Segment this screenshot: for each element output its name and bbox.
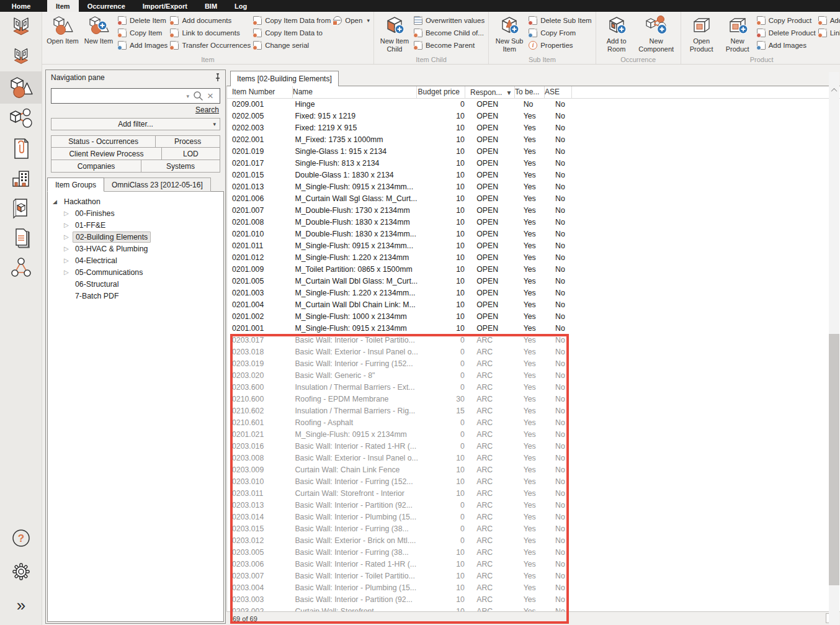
table-row[interactable]: 0201.017 Single-Flush: 813 x 2134 10 OPE… — [227, 158, 840, 169]
table-row[interactable]: 0201.005 M_Curtain Wall Dbl Glass: M_Cur… — [227, 276, 840, 287]
open-item-button[interactable]: Open Item — [46, 14, 79, 45]
tree-collapsed-icon[interactable]: ▷ — [64, 245, 73, 252]
add-filter-button[interactable]: Add filter... ▾ — [51, 118, 220, 130]
ribbon-tab[interactable]: Import/Export — [134, 0, 196, 12]
table-row[interactable]: 0203.011 Curtain Wall: Storefront - Inte… — [227, 488, 840, 500]
ribbon-small-button[interactable]: Add documents — [818, 16, 840, 25]
search-history-chevron-icon[interactable]: ▾ — [187, 93, 190, 99]
tree-item[interactable]: ◢ ▷ 06-Structural — [48, 278, 223, 290]
table-row[interactable]: 0203.016 Basic Wall: Interior - Rated 1-… — [227, 441, 840, 452]
tree-collapsed-icon[interactable]: ▷ — [64, 269, 73, 276]
tree-item[interactable]: ◢ ▷ 00-Finishes — [48, 207, 223, 219]
ribbon-tab[interactable]: BIM — [196, 0, 226, 12]
table-row[interactable]: 0203.010 Basic Wall: Interior - Furring … — [227, 476, 840, 488]
new-item-child-button[interactable]: New Item Child — [378, 14, 411, 53]
table-row[interactable]: 0203.008 Basic Wall: Exterior - Insul Pa… — [227, 452, 840, 464]
column-header-name[interactable]: Name — [293, 86, 417, 99]
new-item-button[interactable]: New Item — [82, 14, 115, 45]
filter-button[interactable]: Companies — [51, 160, 141, 173]
sidebar-item-floors[interactable] — [0, 42, 42, 71]
sidebar-item-items[interactable] — [0, 71, 42, 104]
ribbon-small-button[interactable]: Copy From — [529, 28, 591, 38]
table-row[interactable]: 0203.003 Basic Wall: Interior - Partitio… — [227, 594, 840, 606]
ribbon-tab[interactable]: Occurrence — [79, 0, 134, 12]
column-header-responsible[interactable]: Respon... ▼ — [465, 86, 515, 99]
table-row[interactable]: 0203.019 Basic Wall: Interior - Furring … — [227, 358, 840, 370]
sidebar-item-documents[interactable] — [0, 133, 42, 163]
collapse-sidebar-button[interactable]: » — [0, 590, 42, 620]
table-row[interactable]: 0203.018 Basic Wall: Exterior - Insul Pa… — [227, 346, 840, 358]
filter-button[interactable]: Status - Occurrences — [51, 135, 156, 148]
ribbon-small-button[interactable]: Copy Item Data from — [253, 16, 331, 25]
search-icon[interactable] — [193, 91, 203, 101]
clear-search-icon[interactable]: × — [207, 91, 213, 101]
new-sub-item-button[interactable]: New Sub Item — [493, 14, 526, 53]
scroll-up-icon[interactable] — [829, 85, 839, 96]
sidebar-item-reports[interactable] — [0, 223, 42, 253]
table-row[interactable]: 0210.602 Insulation / Thermal Barriers -… — [227, 405, 840, 417]
tree-item[interactable]: ◢ ▷ 05-Communications — [48, 266, 223, 278]
add-to-room-button[interactable]: Add to Room — [600, 14, 633, 53]
table-row[interactable]: 0201.006 M_Curtain Wall Sgl Glass: M_Cur… — [227, 193, 840, 205]
tree-collapsed-icon[interactable]: ▷ — [64, 257, 73, 264]
settings-button[interactable] — [0, 557, 42, 587]
table-row[interactable]: 0203.020 Basic Wall: Generic - 8" 0 ARC … — [227, 370, 840, 382]
table-row[interactable]: 0203.014 Basic Wall: Interior - Plumbing… — [227, 511, 840, 523]
table-row[interactable]: 0202.005 Fixed: 915 x 1219 10 OPEN Yes N… — [227, 110, 840, 122]
table-row[interactable]: 0201.003 M_Single-Flush: 1.220 x 2134mm.… — [227, 287, 840, 299]
ribbon-small-button[interactable]: Delete Product — [757, 28, 816, 38]
sidebar-item-products[interactable] — [0, 193, 42, 223]
sidebar-item-occurrences[interactable] — [0, 104, 42, 133]
ribbon-small-button[interactable]: Link to documents — [818, 28, 840, 38]
tree-item[interactable]: ◢ ▷ 02-Building Elements — [48, 231, 223, 243]
tree-collapsed-icon[interactable]: ▷ — [64, 233, 73, 240]
table-row[interactable]: 0210.601 Roofing - Asphalt 0 ARC Yes No — [227, 417, 840, 429]
ribbon-small-button[interactable]: Add documents — [170, 16, 251, 25]
table-row[interactable]: 0203.007 Basic Wall: Interior - Toilet P… — [227, 570, 840, 582]
table-row[interactable]: 0203.005 Basic Wall: Interior - Furring … — [227, 547, 840, 559]
ribbon-small-button[interactable]: Delete Sub Item — [529, 16, 591, 25]
filter-button[interactable]: Process — [155, 135, 220, 148]
ribbon-small-button[interactable]: Copy Item — [118, 28, 168, 38]
ribbon-small-button[interactable]: Overwritten values — [414, 16, 485, 25]
ribbon-small-button[interactable]: Become Child of... — [414, 28, 485, 38]
tree-item[interactable]: ◢ ▷ 7-Batch PDF — [48, 290, 223, 302]
vertical-scrollbar[interactable] — [829, 72, 839, 625]
table-row[interactable]: 0201.004 M_Curtain Wall Dbl Chain Link: … — [227, 299, 840, 311]
table-row[interactable]: 0201.015 Double-Glass 1: 1830 x 2134 10 … — [227, 169, 840, 181]
table-row[interactable]: 0203.600 Insulation / Thermal Barriers -… — [227, 382, 840, 393]
table-row[interactable]: 0203.013 Basic Wall: Interior - Partitio… — [227, 500, 840, 511]
table-row[interactable]: 0210.600 Roofing - EPDM Membrane 30 ARC … — [227, 393, 840, 405]
tree-item[interactable]: ◢ ▷ 04-Electrical — [48, 254, 223, 266]
table-row[interactable]: 0201.013 M_Single-Flush: 0915 x 2134mm..… — [227, 181, 840, 193]
tree-collapsed-icon[interactable]: ▷ — [64, 210, 73, 217]
column-header-ase[interactable]: ASE — [545, 86, 572, 99]
ribbon-small-button[interactable]: Delete Item — [118, 16, 168, 25]
search-input[interactable] — [54, 91, 183, 101]
table-row[interactable]: 0203.002 Curtain Wall: Storefront 10 ARC… — [227, 606, 840, 611]
ribbon-small-button[interactable]: Change serial — [253, 40, 331, 50]
open-menu-button[interactable]: Open ▾ — [333, 16, 370, 25]
table-row[interactable]: 0202.001 M_Fixed: 1735 x 1000mm 10 OPEN … — [227, 134, 840, 146]
filter-button[interactable]: Systems — [141, 160, 220, 173]
sidebar-item-systems[interactable] — [0, 253, 42, 282]
tree-item[interactable]: ◢ ▷ 03-HVAC & Plumbing — [48, 243, 223, 254]
ribbon-tab[interactable]: Item — [47, 0, 79, 12]
ribbon-small-button[interactable]: Copy Item Data to — [253, 28, 331, 38]
table-row[interactable]: 0201.021 M_Single-Flush: 0915 x 2134mm 0… — [227, 429, 840, 441]
ribbon-small-button[interactable]: Add Images — [757, 40, 816, 50]
ribbon-small-button[interactable]: Transfer Occurrences — [170, 40, 251, 50]
help-button[interactable]: ? — [0, 523, 42, 553]
ribbon-small-button[interactable]: Copy Product — [757, 16, 816, 25]
table-row[interactable]: 0201.009 M_Toilet Partition: 0865 x 1500… — [227, 264, 840, 276]
table-row[interactable]: 0201.007 M_Double-Flush: 1730 x 2134mm 1… — [227, 205, 840, 217]
table-row[interactable]: 0201.008 M_Double-Flush: 1830 x 2134mm 1… — [227, 217, 840, 228]
table-row[interactable]: 0201.019 Single-Glass 1: 915 x 2134 10 O… — [227, 146, 840, 158]
navigation-tab[interactable]: OmniClass 23 [2012-05-16] — [104, 178, 211, 192]
table-row[interactable]: 0209.001 Hinge 0 OPEN No No — [227, 99, 840, 110]
search-link[interactable]: Search — [195, 106, 219, 114]
document-tab[interactable]: Items [02-Building Elements] — [230, 71, 339, 86]
ribbon-small-button[interactable]: Properties — [529, 40, 591, 50]
ribbon-small-button[interactable]: Link to documents — [170, 28, 251, 38]
new-product-button[interactable]: New Product — [721, 14, 754, 53]
